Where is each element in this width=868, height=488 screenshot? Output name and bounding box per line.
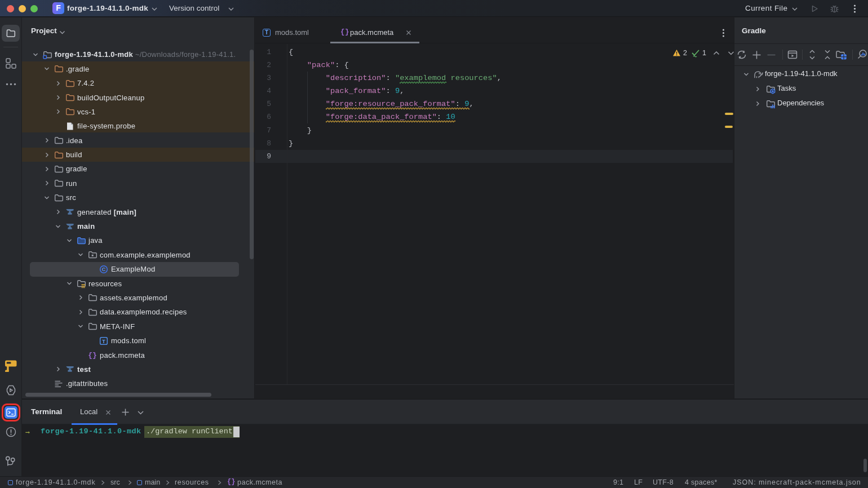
svg-text:C: C bbox=[102, 266, 106, 272]
svg-text:T: T bbox=[102, 338, 105, 344]
